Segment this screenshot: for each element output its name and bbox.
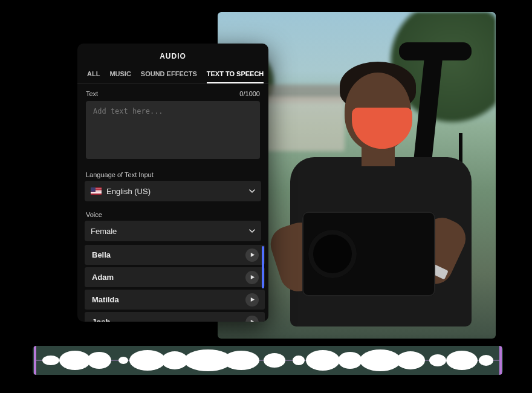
text-section: Text 0/1000 bbox=[77, 84, 268, 165]
panel-title: AUDIO bbox=[77, 44, 268, 67]
svg-point-10 bbox=[306, 350, 340, 371]
voice-option-label: Bella bbox=[92, 250, 111, 259]
svg-point-9 bbox=[293, 356, 305, 365]
svg-point-4 bbox=[129, 350, 166, 371]
play-preview-button[interactable] bbox=[245, 293, 259, 307]
voice-option-label: Josh bbox=[92, 317, 110, 322]
svg-point-11 bbox=[338, 352, 362, 369]
voice-option-matilda[interactable]: Matilda bbox=[85, 290, 265, 310]
svg-point-8 bbox=[264, 353, 285, 368]
us-flag-icon bbox=[91, 187, 102, 195]
voice-select[interactable]: Female bbox=[85, 221, 261, 241]
voice-option-bella[interactable]: Bella bbox=[85, 245, 265, 265]
svg-point-14 bbox=[429, 354, 446, 366]
svg-point-7 bbox=[223, 351, 259, 370]
tts-text-input[interactable] bbox=[86, 101, 260, 159]
chevron-down-icon bbox=[249, 188, 255, 194]
svg-point-3 bbox=[118, 357, 128, 364]
text-char-counter: 0/1000 bbox=[239, 90, 260, 97]
chevron-down-icon bbox=[249, 228, 255, 234]
voice-option-label: Adam bbox=[92, 273, 114, 282]
photo-camera-lens bbox=[308, 230, 357, 278]
svg-point-0 bbox=[42, 356, 59, 365]
language-select[interactable]: English (US) bbox=[85, 181, 261, 201]
tab-sound-effects[interactable]: SOUND EFFECTS bbox=[141, 67, 197, 83]
language-label: Language of Text Input bbox=[77, 165, 268, 181]
play-preview-button[interactable] bbox=[245, 316, 259, 322]
voice-option-adam[interactable]: Adam bbox=[85, 267, 265, 287]
svg-point-15 bbox=[446, 351, 478, 370]
audio-waveform-clip[interactable] bbox=[33, 346, 503, 375]
waveform-graphic bbox=[33, 346, 503, 375]
voice-option-label: Matilda bbox=[92, 295, 119, 304]
tab-all[interactable]: ALL bbox=[87, 67, 100, 83]
voice-options-list: Bella Adam Matilda Josh bbox=[85, 245, 265, 322]
voice-label: Voice bbox=[77, 205, 268, 221]
text-label: Text bbox=[86, 90, 98, 97]
scrollbar-thumb[interactable] bbox=[262, 246, 264, 288]
language-value: English (US) bbox=[106, 187, 151, 196]
audio-tabs: ALL MUSIC SOUND EFFECTS TEXT TO SPEECH bbox=[77, 67, 268, 84]
svg-point-1 bbox=[59, 351, 91, 370]
svg-point-16 bbox=[479, 355, 493, 366]
svg-point-2 bbox=[87, 352, 111, 369]
svg-point-12 bbox=[360, 349, 401, 371]
voice-value: Female bbox=[91, 227, 117, 236]
photo-camera-rig bbox=[399, 42, 472, 60]
audio-panel: AUDIO ALL MUSIC SOUND EFFECTS TEXT TO SP… bbox=[77, 44, 268, 322]
tab-music[interactable]: MUSIC bbox=[109, 67, 131, 83]
tab-text-to-speech[interactable]: TEXT TO SPEECH bbox=[207, 67, 264, 83]
voice-option-josh[interactable]: Josh bbox=[85, 312, 265, 322]
svg-point-13 bbox=[396, 351, 425, 369]
play-preview-button[interactable] bbox=[245, 271, 259, 284]
play-preview-button[interactable] bbox=[245, 248, 259, 262]
